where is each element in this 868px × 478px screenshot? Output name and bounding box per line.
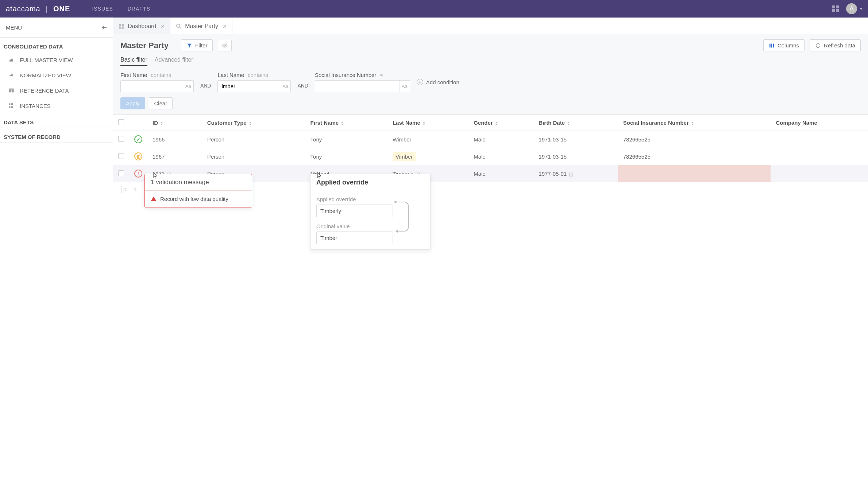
- sidebar-item-reference[interactable]: REFERENCE DATA: [0, 83, 113, 98]
- popover-message: Record with low data quality: [160, 196, 228, 202]
- col-last-name[interactable]: Last Name: [387, 115, 468, 131]
- apply-button[interactable]: Apply: [120, 97, 145, 109]
- col-sin[interactable]: Social Insurance Number: [618, 115, 771, 131]
- search-icon: [175, 23, 182, 30]
- checkbox[interactable]: [118, 153, 124, 159]
- filter-bar: Basic filter Advanced filter First Name …: [113, 57, 868, 114]
- case-toggle[interactable]: Aa: [280, 81, 290, 92]
- field-op: contains: [151, 72, 171, 78]
- sidebar-item-normalized[interactable]: NORMALIZED VIEW: [0, 67, 113, 83]
- plus-icon: +: [417, 79, 423, 85]
- col-label: Social Insurance Number: [623, 120, 689, 126]
- advanced-filter-tab[interactable]: Advanced filter: [155, 57, 193, 66]
- field-label: Last Name: [217, 72, 244, 78]
- and-label: AND: [200, 83, 211, 92]
- collapse-icon[interactable]: ⇤: [101, 23, 107, 31]
- svg-point-15: [394, 201, 397, 203]
- col-label: Birth Date: [539, 120, 565, 126]
- col-customer-type[interactable]: Customer Type: [202, 115, 305, 131]
- and-label: AND: [297, 83, 308, 92]
- row-status: ◐: [129, 148, 147, 165]
- chevron-down-icon[interactable]: ▾: [860, 6, 862, 11]
- cell-first-name: Tony: [305, 148, 387, 165]
- last-name-input[interactable]: [218, 81, 280, 92]
- section-system[interactable]: SYSTEM OF RECORD: [0, 128, 113, 143]
- logo: ataccama | ONE: [6, 5, 70, 13]
- col-gender[interactable]: Gender: [468, 115, 533, 131]
- logo-brand: ataccama: [6, 5, 40, 13]
- checkbox[interactable]: [118, 119, 124, 125]
- nav-issues[interactable]: ISSUES: [92, 6, 113, 12]
- cell-id: 1966: [147, 131, 202, 148]
- col-company[interactable]: Company Name: [771, 115, 868, 131]
- logo-product: ONE: [53, 5, 70, 13]
- flow-arrow-icon: [394, 198, 412, 238]
- button-label: Filter: [195, 42, 207, 48]
- row-select: [113, 165, 129, 182]
- button-label: Refresh data: [824, 42, 855, 48]
- pager-first[interactable]: ⎮<: [120, 186, 127, 193]
- refresh-button[interactable]: Refresh data: [810, 39, 861, 51]
- field-label: First Name: [120, 72, 147, 78]
- checkbox[interactable]: [118, 136, 124, 142]
- col-label: Company Name: [776, 120, 817, 126]
- col-label: First Name: [310, 120, 339, 126]
- checkbox[interactable]: [118, 170, 124, 176]
- button-label: Columns: [778, 42, 799, 48]
- visibility-button[interactable]: [218, 40, 232, 51]
- filter-button[interactable]: Filter: [181, 39, 213, 51]
- tabs: Dashboard ✕ Master Party ✕: [113, 18, 868, 34]
- tab-dashboard[interactable]: Dashboard ✕: [113, 18, 170, 34]
- cell-sin: [618, 165, 771, 182]
- cell-gender: Male: [468, 165, 533, 182]
- data-table: ID Customer Type First Name Last Name Ge…: [113, 115, 868, 182]
- refresh-icon: [815, 43, 821, 48]
- case-toggle[interactable]: Aa: [183, 81, 193, 92]
- col-first-name[interactable]: First Name: [305, 115, 387, 131]
- svg-rect-3: [11, 106, 13, 108]
- pager-prev[interactable]: <: [133, 186, 136, 193]
- table-row[interactable]: ◐ 1967 Person Tony Vimber Male 1971-03-1…: [113, 148, 868, 165]
- cell-first-name: Tony: [305, 131, 387, 148]
- col-id[interactable]: ID: [147, 115, 202, 131]
- col-label: Gender: [474, 120, 493, 126]
- columns-button[interactable]: Columns: [763, 39, 805, 51]
- row-select: [113, 148, 129, 165]
- cell-customer-type: Person: [202, 131, 305, 148]
- status-icon: ✓: [134, 135, 142, 143]
- validation-popover: 1 validation message Record with low dat…: [144, 174, 252, 207]
- section-datasets[interactable]: DATA SETS: [0, 113, 113, 128]
- add-condition[interactable]: + Add condition: [417, 79, 459, 85]
- svg-rect-7: [122, 27, 124, 29]
- first-name-input[interactable]: [121, 81, 183, 92]
- sidebar-item-label: INSTANCES: [20, 103, 51, 109]
- sidebar-item-instances[interactable]: INSTANCES: [0, 98, 113, 113]
- eye-off-icon: [222, 43, 228, 48]
- cell-id: 1967: [147, 148, 202, 165]
- tab-master-party[interactable]: Master Party ✕: [170, 18, 232, 34]
- close-icon[interactable]: ✕: [223, 23, 227, 29]
- warning-icon: [151, 197, 157, 201]
- cell-birth-date: 1971-03-15: [533, 148, 618, 165]
- col-label: Customer Type: [207, 120, 247, 126]
- content: Dashboard ✕ Master Party ✕ Master Party …: [113, 18, 868, 478]
- svg-rect-12: [769, 43, 771, 47]
- col-birth-date[interactable]: Birth Date: [533, 115, 618, 131]
- sidebar-item-full-master[interactable]: FULL MASTER VIEW: [0, 52, 113, 67]
- row-select: [113, 131, 129, 148]
- status-icon: !: [134, 170, 142, 178]
- menu-header: MENU ⇤: [0, 18, 113, 38]
- basic-filter-tab[interactable]: Basic filter: [120, 57, 147, 66]
- table-row[interactable]: ✓ 1966 Person Tony Wimber Male 1971-03-1…: [113, 131, 868, 148]
- svg-rect-4: [119, 24, 121, 26]
- svg-rect-1: [11, 103, 13, 105]
- case-toggle[interactable]: Aa: [399, 81, 410, 92]
- close-icon[interactable]: ✕: [161, 23, 165, 29]
- apps-icon[interactable]: [832, 5, 839, 12]
- sin-input[interactable]: [315, 81, 399, 92]
- clear-button[interactable]: Clear: [149, 97, 173, 109]
- popover-title: Applied override: [310, 174, 430, 191]
- funnel-icon: [186, 43, 192, 48]
- nav-drafts[interactable]: DRAFTS: [128, 6, 150, 12]
- avatar[interactable]: A: [846, 3, 857, 14]
